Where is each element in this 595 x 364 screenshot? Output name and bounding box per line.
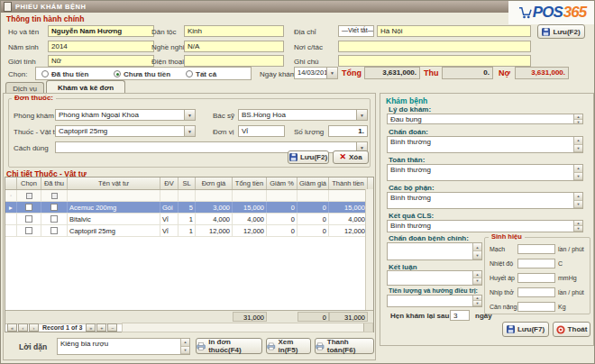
conclusion-spinner[interactable]: ▲▼: [472, 271, 481, 285]
main-diagnosis-spinner[interactable]: ▲▼: [472, 243, 481, 259]
nav-prev-button[interactable]: ‹: [18, 323, 28, 332]
col-unit[interactable]: ĐV: [160, 177, 178, 189]
drug-select[interactable]: Captopril 25mg▼: [55, 125, 196, 137]
col-paid[interactable]: Đã thu: [41, 177, 68, 189]
col-discount-pct[interactable]: Giảm %: [267, 177, 298, 189]
advice-spinner[interactable]: ▲▼: [180, 339, 189, 354]
body-parts-spinner[interactable]: ▲▼: [573, 193, 582, 208]
nav-delete-button[interactable]: −: [107, 323, 117, 332]
grid-header-row: Chọn Đã thu Tên vật tư ĐV SL Đơn giá Tổn…: [5, 177, 373, 190]
reason-field[interactable]: Đau bụng ▲▼: [387, 114, 583, 124]
table-row-2[interactable]: Bitalvic Vỉ 1 4,000 4,000 0 0 4,000: [5, 214, 373, 225]
col-discount[interactable]: Giảm giá: [298, 177, 329, 189]
grid-horizontal-scrollbar[interactable]: [122, 323, 373, 332]
exit-stop-icon: [556, 325, 565, 334]
conclusion-field[interactable]: ▲▼: [387, 270, 482, 286]
save-prescription-button[interactable]: Lưu(F2): [288, 150, 329, 164]
grid-filter-row[interactable]: ◦: [5, 190, 373, 202]
row1-paid-checkbox[interactable]: [50, 204, 58, 211]
nav-first-button[interactable]: «: [7, 323, 17, 332]
name-field[interactable]: Nguyễn Nam Hương: [48, 25, 154, 37]
radio-unpaid-label[interactable]: Chưa thu tiền: [124, 70, 170, 78]
chevron-down-icon[interactable]: ▼: [326, 68, 337, 78]
payment-button[interactable]: Thanh toán(F6): [315, 338, 374, 354]
chevron-down-icon[interactable]: ▼: [356, 110, 367, 120]
col-name[interactable]: Tên vật tư: [68, 177, 160, 189]
birth-field[interactable]: 2014: [48, 41, 154, 52]
prognosis-spinner[interactable]: ▲▼: [472, 296, 481, 306]
radio-all-label[interactable]: Tất cả: [196, 70, 216, 78]
printer-icon: [267, 342, 276, 350]
save-admin-button[interactable]: Lưu(F2): [537, 24, 585, 39]
prognosis-field[interactable]: ▲▼: [387, 295, 482, 307]
diagnosis-field[interactable]: Bình thường ▲▼: [387, 136, 583, 153]
clinic-select[interactable]: Phòng khám Ngoại Khoa▼: [55, 109, 196, 121]
row3-select-checkbox[interactable]: [25, 227, 32, 234]
gender-field[interactable]: Nữ: [48, 55, 154, 67]
pulse-field[interactable]: [517, 244, 555, 254]
col-amount[interactable]: Thành tiền: [329, 177, 368, 189]
radio-paid[interactable]: [41, 70, 49, 77]
temperature-field[interactable]: [517, 259, 555, 268]
pulse-unit: lần / phút: [558, 246, 584, 252]
row1-select-checkbox[interactable]: [25, 204, 32, 211]
advice-field[interactable]: Kiêng bia rượu ▲▼: [57, 338, 190, 355]
address-field[interactable]: Hà Nội: [377, 25, 531, 37]
nav-add-button[interactable]: +: [96, 323, 106, 332]
col-total[interactable]: Tổng tiền: [233, 177, 267, 189]
job-field[interactable]: N/A: [184, 41, 284, 52]
delete-button[interactable]: ✕ Xóa: [333, 150, 369, 164]
address-abbr-field[interactable]: —Viết tắt—: [338, 25, 374, 37]
weight-field[interactable]: [517, 302, 555, 312]
total-amount: 3,631,000.: [364, 67, 420, 79]
whole-body-spinner[interactable]: ▲▼: [573, 165, 582, 180]
blood-pressure-field[interactable]: [517, 273, 555, 283]
print-preview-button[interactable]: Xem in(F5): [266, 338, 311, 354]
form-icon: [4, 2, 12, 12]
tab-exam-prescription[interactable]: Khám và kê đơn: [46, 80, 125, 94]
save-exam-button[interactable]: Lưu(F7): [502, 322, 549, 337]
note-field[interactable]: [338, 55, 531, 67]
row3-paid-checkbox[interactable]: [50, 227, 58, 234]
chevron-down-icon[interactable]: ▼: [184, 110, 195, 120]
phone-field[interactable]: [184, 55, 284, 67]
grid-vertical-scrollbar[interactable]: [365, 189, 373, 310]
reason-label: Lý do khám:: [389, 105, 431, 114]
radio-all[interactable]: [186, 70, 193, 77]
nav-next-button[interactable]: ›: [29, 323, 39, 332]
col-qty[interactable]: SL: [178, 177, 196, 189]
radio-unpaid[interactable]: [114, 70, 121, 77]
reason-spinner[interactable]: ▲▼: [573, 114, 582, 123]
main-diagnosis-field[interactable]: ▲▼: [387, 242, 482, 260]
chevron-down-icon[interactable]: ▼: [184, 126, 195, 136]
note-label: Ghi chú: [294, 58, 319, 66]
print-prescription-button[interactable]: In đơn thuốc(F4): [196, 338, 262, 354]
row2-paid-checkbox[interactable]: [50, 215, 58, 223]
respiration-field[interactable]: [517, 287, 555, 297]
unit-field[interactable]: Vỉ: [238, 125, 285, 137]
diagnosis-spinner[interactable]: ▲▼: [573, 137, 582, 152]
scroll-right-arrow[interactable]: [363, 323, 372, 332]
row2-select-checkbox[interactable]: [25, 215, 32, 223]
ethnic-label: Dân tộc: [151, 28, 177, 36]
cls-result-spinner[interactable]: ▲▼: [573, 221, 582, 232]
ethnic-field[interactable]: Kinh: [184, 25, 284, 37]
workplace-field[interactable]: [338, 41, 531, 52]
radio-paid-label[interactable]: Đã thu tiền: [51, 70, 88, 78]
nav-last-button[interactable]: »: [86, 323, 96, 332]
cls-result-field[interactable]: Bình thường ▲▼: [387, 220, 583, 232]
visit-date-picker[interactable]: 14/03/2014▼: [294, 67, 338, 79]
table-row-1[interactable]: ▸ Acemuc 200mg Gói 5 3,000 15,000 0 0 15…: [5, 202, 373, 214]
followup-days-field[interactable]: 3: [450, 310, 470, 321]
payment-filter-group: Đã thu tiền Chưa thu tiền Tất cả: [35, 67, 252, 80]
table-row-3[interactable]: Captopril 25mg Vỉ 1 12,000 12,000 0 0 12…: [5, 225, 373, 237]
qty-field[interactable]: 1.: [328, 125, 368, 137]
clinic-label: Phòng khám: [14, 112, 54, 120]
body-parts-field[interactable]: Bình thường ▲▼: [387, 192, 583, 209]
exit-button[interactable]: Thoát: [553, 322, 590, 337]
whole-body-field[interactable]: Bình thường ▲▼: [387, 164, 583, 181]
col-price[interactable]: Đơn giá: [196, 177, 233, 189]
advice-label: Lời dặn: [19, 342, 47, 351]
doctor-select[interactable]: BS.Hồng Hoa▼: [238, 109, 368, 121]
col-select[interactable]: Chọn: [17, 177, 41, 189]
